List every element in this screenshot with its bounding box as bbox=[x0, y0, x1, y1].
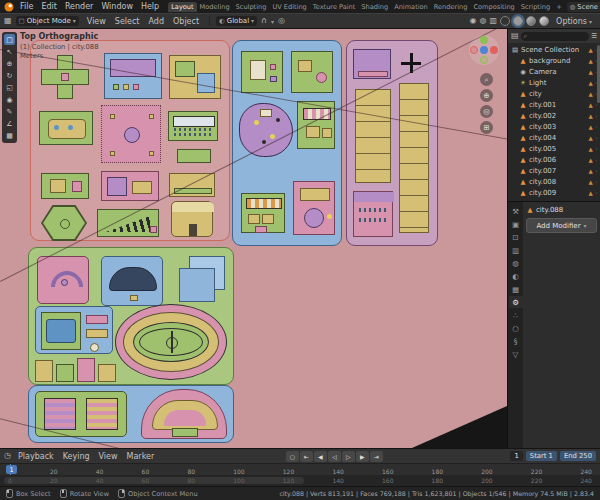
screen-plaza[interactable] bbox=[101, 256, 163, 306]
object-data-icon[interactable]: ▲ bbox=[589, 168, 593, 174]
rendered-shading-icon[interactable] bbox=[539, 16, 549, 26]
apartment-slab-a[interactable] bbox=[355, 89, 391, 183]
stage-building[interactable] bbox=[97, 209, 159, 237]
axis-x-handle[interactable] bbox=[490, 46, 498, 54]
zoom-icon[interactable]: ⌕ bbox=[480, 73, 493, 86]
crate-yard[interactable] bbox=[169, 55, 221, 99]
add-modifier-button[interactable]: Add Modifier bbox=[526, 218, 597, 233]
lido[interactable] bbox=[293, 181, 335, 235]
storage-cube[interactable] bbox=[171, 201, 213, 237]
outliner-item[interactable]: ▲ city.008 ▲ ◦ bbox=[508, 176, 600, 187]
playhead-badge[interactable]: 1 bbox=[6, 465, 17, 474]
annotate-tool[interactable]: ✎ bbox=[4, 106, 15, 117]
workspace-tab[interactable]: Compositing bbox=[470, 2, 517, 12]
hide-render-icon[interactable]: ◦ bbox=[595, 113, 598, 119]
wireframe-shading-icon[interactable] bbox=[500, 16, 510, 26]
frame-end-field[interactable]: End 250 bbox=[560, 451, 596, 461]
axis-negy-handle[interactable] bbox=[480, 56, 488, 64]
object-data-icon[interactable]: ▲ bbox=[589, 91, 593, 97]
xray-toggle-icon[interactable]: ▥ bbox=[490, 17, 498, 25]
axis-y-handle[interactable] bbox=[480, 36, 488, 44]
pool-house[interactable] bbox=[39, 111, 93, 145]
play-reverse-button[interactable]: ◁ bbox=[328, 451, 341, 462]
outliner-editor-icon[interactable]: ▤ bbox=[511, 32, 519, 40]
object-data-icon[interactable]: ▲ bbox=[589, 47, 593, 53]
snap-dropdown-icon[interactable] bbox=[271, 17, 274, 26]
material-shading-icon[interactable] bbox=[526, 16, 536, 26]
bench-lot[interactable] bbox=[169, 173, 215, 197]
cursor-tool[interactable]: ↖ bbox=[4, 46, 15, 57]
object-data-icon[interactable]: ▲ bbox=[589, 135, 593, 141]
workspace-tab[interactable]: Texture Paint bbox=[310, 2, 359, 12]
next-keyframe-button[interactable]: ▶ bbox=[356, 451, 369, 462]
outliner-item[interactable]: ▲ city.004 ▲ ◦ bbox=[508, 132, 600, 143]
render-properties-tab[interactable]: ▣ bbox=[509, 218, 523, 230]
toggle-ortho-icon[interactable]: ⊞ bbox=[480, 121, 493, 134]
residential-block[interactable] bbox=[30, 40, 230, 241]
outliner-item[interactable]: ▲ city.007 ▲ ◦ bbox=[508, 165, 600, 176]
outliner-item[interactable]: ▲ background ▲ ◦ bbox=[508, 55, 600, 66]
object-data-icon[interactable]: ▲ bbox=[589, 58, 593, 64]
object-data-icon[interactable]: ▲ bbox=[589, 190, 593, 196]
outliner-item[interactable]: ▲ city.002 ▲ ◦ bbox=[508, 110, 600, 121]
timeline-ruler[interactable]: 1 020406080100120140160180200220240 bbox=[0, 463, 600, 475]
outliner-item[interactable]: ▲ city.006 ▲ ◦ bbox=[508, 154, 600, 165]
object-data-icon[interactable]: ▲ bbox=[589, 146, 593, 152]
3d-viewport[interactable]: ▢↖⊕↻◱◉✎∠▦ Top Orthographic (1) Collectio… bbox=[0, 29, 507, 448]
proportional-editing-icon[interactable]: ◎ bbox=[278, 17, 285, 25]
navigation-gizmo[interactable] bbox=[469, 35, 499, 65]
axis-negx-handle[interactable] bbox=[470, 46, 478, 54]
jump-start-button[interactable]: ⇤ bbox=[300, 451, 313, 462]
object-data-icon[interactable]: ▲ bbox=[589, 69, 593, 75]
timeline-menu-item[interactable]: Keying bbox=[59, 451, 94, 462]
object-data-icon[interactable]: ▲ bbox=[589, 157, 593, 163]
timeline-scroll-ruler[interactable]: 020406080100120140160180200220240 bbox=[0, 475, 600, 486]
move-tool[interactable]: ⊕ bbox=[4, 58, 15, 69]
gazebo[interactable] bbox=[41, 205, 87, 241]
timeline-menu-item[interactable]: Marker bbox=[123, 451, 159, 462]
scale-tool[interactable]: ◱ bbox=[4, 82, 15, 93]
current-frame-field[interactable]: 1 bbox=[510, 451, 522, 461]
helipad-cross[interactable] bbox=[401, 53, 421, 73]
market-stall[interactable] bbox=[241, 193, 285, 233]
outliner-item[interactable]: ◉ Camera ▲ ◦ bbox=[508, 66, 600, 77]
scene-properties-tab[interactable]: ◍ bbox=[509, 257, 523, 269]
camera-view-icon[interactable]: ◎ bbox=[480, 105, 493, 118]
pan-icon[interactable]: ⊕ bbox=[480, 89, 493, 102]
bench-plaza[interactable] bbox=[37, 256, 89, 304]
add-cube-tool[interactable]: ▦ bbox=[4, 130, 15, 141]
highrise-block[interactable] bbox=[346, 40, 438, 246]
axis-z-handle[interactable] bbox=[480, 46, 488, 54]
workspace-tab[interactable]: Animation bbox=[391, 2, 431, 12]
workspace-tab[interactable]: Layout bbox=[168, 2, 196, 12]
timeline-menu-item[interactable]: View bbox=[95, 451, 122, 462]
view-layer-properties-tab[interactable]: ▥ bbox=[509, 244, 523, 256]
jump-end-button[interactable]: ⇥ bbox=[370, 451, 383, 462]
viewport-menu-item[interactable]: Select bbox=[111, 16, 144, 27]
workspace-tab[interactable]: Modeling bbox=[197, 2, 233, 12]
workspace-tab[interactable]: Shading bbox=[358, 2, 391, 12]
topbar-menu-item[interactable]: Render bbox=[61, 1, 97, 12]
timeline-scrollbar[interactable] bbox=[4, 477, 304, 484]
workspace-tab[interactable]: + bbox=[553, 2, 565, 12]
hotel-block[interactable] bbox=[353, 191, 393, 237]
object-data-icon[interactable]: ▲ bbox=[589, 113, 593, 119]
shop-building[interactable] bbox=[101, 171, 159, 201]
modifier-properties-tab[interactable]: ⚙ bbox=[509, 296, 523, 308]
theater-block[interactable] bbox=[28, 385, 234, 443]
outliner-item[interactable]: ▲ city.009 ▲ ◦ bbox=[508, 187, 600, 198]
scene-selector[interactable]: ◍ Scene ✕ bbox=[567, 2, 600, 12]
rotate-tool[interactable]: ↻ bbox=[4, 70, 15, 81]
cinema-lot[interactable] bbox=[168, 111, 218, 141]
kiosk-row[interactable] bbox=[177, 149, 211, 163]
hide-render-icon[interactable]: ◦ bbox=[595, 157, 598, 163]
aqua-park[interactable] bbox=[35, 306, 113, 354]
timeline-editor-icon[interactable]: ◷ bbox=[4, 452, 11, 460]
apartment-slab-b[interactable] bbox=[399, 83, 429, 233]
topbar-menu-item[interactable]: Window bbox=[97, 1, 137, 12]
outliner-item[interactable]: ▲ city.001 ▲ ◦ bbox=[508, 99, 600, 110]
topbar-menu-item[interactable]: File bbox=[16, 1, 37, 12]
utility-block[interactable] bbox=[353, 49, 391, 79]
workspace-tab[interactable]: Scripting bbox=[518, 2, 553, 12]
viewport-menu-item[interactable]: Object bbox=[169, 16, 203, 27]
